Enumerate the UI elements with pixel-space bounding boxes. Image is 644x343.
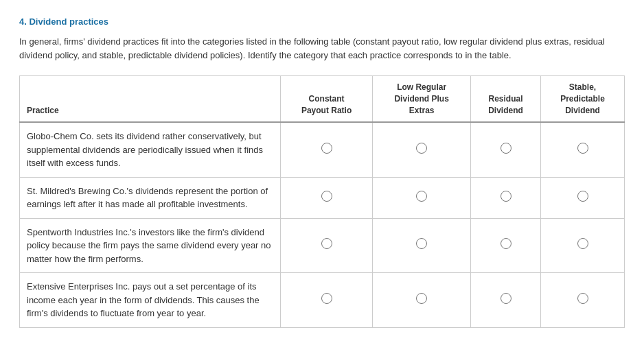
header-col4: Stable,PredictableDividend xyxy=(541,76,625,123)
table-row: Globo-Chem Co. sets its dividend rather … xyxy=(20,122,625,177)
radio-cell-4-3[interactable] xyxy=(471,273,541,328)
practice-text-4: Extensive Enterprises Inc. pays out a se… xyxy=(20,273,281,328)
radio-cell-1-1[interactable] xyxy=(281,122,373,177)
radio-row1-col4[interactable] xyxy=(577,143,588,154)
radio-cell-3-4[interactable] xyxy=(541,218,625,273)
radio-row2-col3[interactable] xyxy=(501,191,511,202)
radio-row4-col1[interactable] xyxy=(321,293,332,304)
radio-cell-3-3[interactable] xyxy=(471,218,541,273)
radio-cell-1-4[interactable] xyxy=(541,122,625,177)
practice-text-2: St. Mildred's Brewing Co.'s dividends re… xyxy=(20,177,281,218)
radio-cell-2-3[interactable] xyxy=(471,177,541,218)
table-row: St. Mildred's Brewing Co.'s dividends re… xyxy=(20,177,625,218)
radio-cell-3-1[interactable] xyxy=(281,218,373,273)
radio-row3-col3[interactable] xyxy=(501,238,511,249)
radio-cell-3-2[interactable] xyxy=(373,218,471,273)
radio-cell-2-4[interactable] xyxy=(541,177,625,218)
radio-row3-col1[interactable] xyxy=(321,238,332,249)
section-title: 4. Dividend practices xyxy=(19,16,625,27)
radio-row2-col2[interactable] xyxy=(416,191,427,202)
description: In general, firms' dividend practices fi… xyxy=(19,35,625,62)
radio-cell-4-4[interactable] xyxy=(541,273,625,328)
header-col2: Low RegularDividend PlusExtras xyxy=(373,76,471,123)
practice-text-3: Spentworth Industries Inc.'s investors l… xyxy=(20,218,281,273)
table-row: Spentworth Industries Inc.'s investors l… xyxy=(20,218,625,273)
radio-row3-col2[interactable] xyxy=(416,238,427,249)
header-col1: ConstantPayout Ratio xyxy=(281,76,373,123)
radio-row4-col3[interactable] xyxy=(501,293,511,304)
header-col3: ResidualDividend xyxy=(471,76,541,123)
practice-text-1: Globo-Chem Co. sets its dividend rather … xyxy=(20,122,281,177)
table-row: Extensive Enterprises Inc. pays out a se… xyxy=(20,273,625,328)
radio-cell-2-1[interactable] xyxy=(281,177,373,218)
radio-row4-col2[interactable] xyxy=(416,293,427,304)
radio-row4-col4[interactable] xyxy=(577,293,588,304)
radio-row1-col1[interactable] xyxy=(321,143,332,154)
radio-row2-col1[interactable] xyxy=(321,191,332,202)
radio-cell-4-1[interactable] xyxy=(281,273,373,328)
radio-cell-4-2[interactable] xyxy=(373,273,471,328)
radio-row3-col4[interactable] xyxy=(577,238,588,249)
radio-row1-col2[interactable] xyxy=(416,143,427,154)
header-practice: Practice xyxy=(20,76,281,123)
radio-cell-2-2[interactable] xyxy=(373,177,471,218)
radio-cell-1-2[interactable] xyxy=(373,122,471,177)
dividend-table: Practice ConstantPayout Ratio Low Regula… xyxy=(19,75,625,328)
radio-row1-col3[interactable] xyxy=(501,143,511,154)
radio-row2-col4[interactable] xyxy=(577,191,588,202)
radio-cell-1-3[interactable] xyxy=(471,122,541,177)
